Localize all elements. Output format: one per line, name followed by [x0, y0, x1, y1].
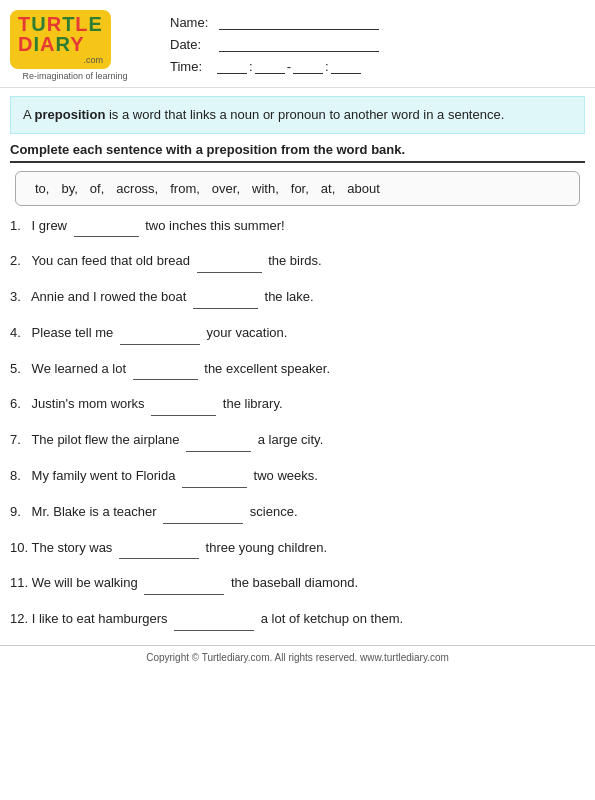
sentence-num-8: 8.: [10, 466, 28, 487]
sentence-text-7: The pilot flew the airplane a large city…: [28, 430, 323, 452]
sentence-num-10: 10.: [10, 538, 28, 559]
sentence-num-12: 12.: [10, 609, 28, 630]
sentence-num-7: 7.: [10, 430, 28, 451]
sentence-6: 6. Justin's mom works the library.: [10, 394, 585, 416]
word-with: with,: [248, 180, 283, 197]
time-blank-3: [293, 58, 323, 74]
word-across: across,: [112, 180, 162, 197]
logo-box: TURTLE DIARY .com: [10, 10, 111, 69]
definition-text-after: is a word that links a noun or pronoun t…: [105, 107, 504, 122]
instruction: Complete each sentence with a prepositio…: [10, 142, 585, 163]
blank-1: [74, 216, 139, 238]
logo-com: .com: [18, 55, 103, 65]
logo-area: TURTLE DIARY .com Re-imagination of lear…: [10, 10, 140, 81]
definition-bold-word: preposition: [35, 107, 106, 122]
sentence-num-5: 5.: [10, 359, 28, 380]
word-at: at,: [317, 180, 339, 197]
blank-8: [182, 466, 247, 488]
sentence-12: 12. I like to eat hamburgers a lot of ke…: [10, 609, 585, 631]
sentence-num-9: 9.: [10, 502, 28, 523]
name-fields: Name: Date: Time: : - :: [140, 10, 580, 74]
date-line: [219, 36, 379, 52]
sentence-text-3: Annie and I rowed the boat the lake.: [28, 287, 314, 309]
sentence-num-4: 4.: [10, 323, 28, 344]
sentence-4: 4. Please tell me your vacation.: [10, 323, 585, 345]
word-about: about: [343, 180, 384, 197]
sentences: 1. I grew two inches this summer! 2. You…: [0, 216, 595, 632]
sentence-num-2: 2.: [10, 251, 28, 272]
sentence-10: 10. The story was three young children.: [10, 538, 585, 560]
blank-3: [193, 287, 258, 309]
word-of: of,: [86, 180, 108, 197]
time-row: Time: : - :: [170, 58, 580, 74]
definition-box: A preposition is a word that links a nou…: [10, 96, 585, 134]
blank-5: [133, 359, 198, 381]
sentence-num-3: 3.: [10, 287, 28, 308]
blank-6: [151, 394, 216, 416]
word-bank: to, by, of, across, from, over, with, fo…: [15, 171, 580, 206]
sentence-2: 2. You can feed that old bread the birds…: [10, 251, 585, 273]
sentence-text-5: We learned a lot the excellent speaker.: [28, 359, 330, 381]
sentence-1: 1. I grew two inches this summer!: [10, 216, 585, 238]
sentence-3: 3. Annie and I rowed the boat the lake.: [10, 287, 585, 309]
sentence-8: 8. My family went to Florida two weeks.: [10, 466, 585, 488]
sentence-num-11: 11.: [10, 573, 28, 594]
sentence-9: 9. Mr. Blake is a teacher science.: [10, 502, 585, 524]
header: TURTLE DIARY .com Re-imagination of lear…: [0, 0, 595, 88]
time-colon-2: :: [325, 59, 329, 74]
footer: Copyright © Turtlediary.com. All rights …: [0, 645, 595, 669]
blank-2: [197, 251, 262, 273]
name-line: [219, 14, 379, 30]
word-from: from,: [166, 180, 204, 197]
logo-text: TURTLE DIARY: [18, 14, 103, 54]
blank-11: [144, 573, 224, 595]
blank-4: [120, 323, 200, 345]
blank-9: [163, 502, 243, 524]
blank-12: [174, 609, 254, 631]
sentence-text-12: I like to eat hamburgers a lot of ketchu…: [28, 609, 403, 631]
definition-text-before: A: [23, 107, 35, 122]
name-label: Name:: [170, 15, 215, 30]
sentence-7: 7. The pilot flew the airplane a large c…: [10, 430, 585, 452]
time-colon-1: :: [249, 59, 253, 74]
sentence-num-1: 1.: [10, 216, 28, 237]
logo-tagline: Re-imagination of learning: [10, 71, 140, 81]
sentence-text-4: Please tell me your vacation.: [28, 323, 287, 345]
word-for: for,: [287, 180, 313, 197]
sentence-text-11: We will be walking the baseball diamond.: [28, 573, 358, 595]
time-blank-1: [217, 58, 247, 74]
time-label: Time:: [170, 59, 215, 74]
date-row: Date:: [170, 36, 580, 52]
sentence-11: 11. We will be walking the baseball diam…: [10, 573, 585, 595]
name-row: Name:: [170, 14, 580, 30]
sentence-text-8: My family went to Florida two weeks.: [28, 466, 318, 488]
blank-7: [186, 430, 251, 452]
time-dash: -: [287, 59, 291, 74]
sentence-text-9: Mr. Blake is a teacher science.: [28, 502, 298, 524]
word-to: to,: [31, 180, 53, 197]
blank-10: [119, 538, 199, 560]
sentence-text-2: You can feed that old bread the birds.: [28, 251, 322, 273]
sentence-num-6: 6.: [10, 394, 28, 415]
date-label: Date:: [170, 37, 215, 52]
word-over: over,: [208, 180, 244, 197]
sentence-text-1: I grew two inches this summer!: [28, 216, 285, 238]
time-blank-2: [255, 58, 285, 74]
sentence-text-10: The story was three young children.: [28, 538, 327, 560]
time-blank-4: [331, 58, 361, 74]
sentence-5: 5. We learned a lot the excellent speake…: [10, 359, 585, 381]
sentence-text-6: Justin's mom works the library.: [28, 394, 283, 416]
word-by: by,: [57, 180, 81, 197]
